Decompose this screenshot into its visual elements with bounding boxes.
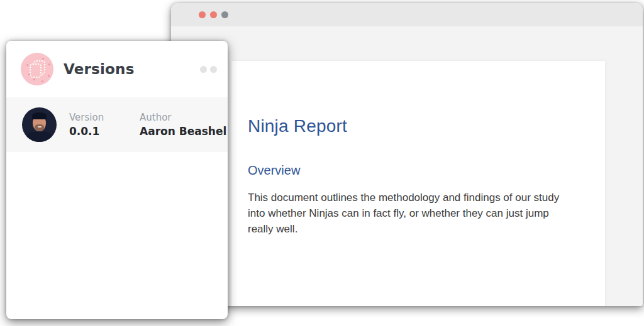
- author-column: Author Aaron Beashel: [140, 112, 226, 138]
- window-minimize-icon[interactable]: [210, 11, 217, 18]
- page: Ninja Report Overview This document outl…: [0, 0, 644, 326]
- author-label: Author: [140, 112, 226, 123]
- versions-panel: Versions Version 0.0.1 Author Aaron Beas…: [6, 41, 228, 319]
- window-maximize-icon[interactable]: [221, 11, 228, 18]
- window-close-icon[interactable]: [199, 11, 206, 18]
- document-title: Ninja Report: [248, 116, 567, 136]
- browser-window: Ninja Report Overview This document outl…: [171, 3, 643, 306]
- drag-handle-dots-icon: [200, 66, 217, 73]
- document-section-heading: Overview: [248, 163, 567, 178]
- author-avatar: [22, 107, 57, 142]
- versions-title: Versions: [64, 61, 200, 77]
- version-row[interactable]: Version 0.0.1 Author Aaron Beashel: [6, 97, 228, 152]
- version-value: 0.0.1: [69, 125, 127, 138]
- versions-icon: [21, 53, 53, 85]
- browser-titlebar: [171, 3, 643, 26]
- versions-header: Versions: [6, 41, 228, 97]
- copies-glyph-front-icon: [30, 63, 42, 78]
- version-column: Version 0.0.1: [69, 112, 127, 138]
- document-paragraph: This document outlines the methodology a…: [248, 190, 560, 237]
- document-page: Ninja Report Overview This document outl…: [231, 61, 605, 306]
- author-value: Aaron Beashel: [140, 125, 226, 138]
- version-label: Version: [69, 112, 127, 123]
